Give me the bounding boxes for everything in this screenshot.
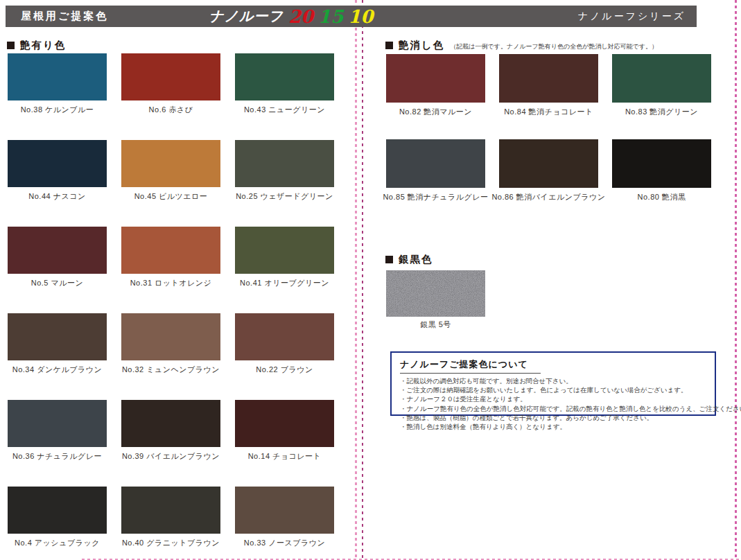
brand-number: 10 xyxy=(348,6,373,27)
color-swatch xyxy=(612,54,711,103)
section-square-icon xyxy=(385,42,393,49)
color-swatch xyxy=(235,487,334,534)
info-box-bullet: ・ナノルーフ艶有り色の全色が艶消し色対応可能です。記載の艶有り色と艶消し色とを比… xyxy=(400,404,708,413)
color-swatch xyxy=(235,53,334,100)
color-swatch xyxy=(8,140,107,187)
silver-black-swatch-label: 銀黒 5号 xyxy=(365,320,506,330)
color-swatch-cell: No.14 チョコレート xyxy=(235,400,334,462)
info-box: ナノルーフご提案色について ・記載以外の調色対応も可能です。別途お問合せ下さい。… xyxy=(390,351,716,416)
matte-section-note: （記載は一例です。ナノルーフ艶有り色の全色が艶消し対応可能です。） xyxy=(450,42,658,51)
color-swatch xyxy=(121,227,220,274)
info-box-bullet: ・ナノルーフ２０は受注生産となります。 xyxy=(400,394,708,403)
color-swatch xyxy=(8,227,107,274)
color-swatch-cell: No.44 ナスコン xyxy=(8,140,107,202)
color-swatch-cell: No.41 オリーブグリーン xyxy=(235,227,334,288)
color-swatch-cell: No.6 赤さび xyxy=(121,53,220,115)
brand-number: 20 xyxy=(288,6,313,27)
color-swatch xyxy=(121,53,220,100)
color-swatch-cell: No.5 マルーン xyxy=(8,227,107,288)
swatch-label: No.43 ニューグリーン xyxy=(214,105,355,115)
swatch-label: No.41 オリーブグリーン xyxy=(214,278,355,288)
color-swatch-cell: No.83 艶消グリーン xyxy=(612,54,711,117)
brand-name: ナノルーフ xyxy=(209,7,284,26)
series-title: ナノルーフシリーズ xyxy=(578,10,697,23)
color-swatch-cell: No.82 艶消マルーン xyxy=(386,54,485,117)
info-box-bullet-list: ・記載以外の調色対応も可能です。別途お問合せ下さい。・ご注文の際は納期確認をお願… xyxy=(400,376,708,431)
color-swatch xyxy=(8,53,107,100)
info-box-bullet: ・ご注文の際は納期確認をお願いいたします。色によっては在庫していない場合がござい… xyxy=(400,385,708,394)
brand-number: 15 xyxy=(318,6,343,27)
info-box-bullet: ・艶消し色は別途料金（艶有りより高く）となります。 xyxy=(400,422,708,431)
center-fold-guide-line-inner xyxy=(362,0,363,560)
section-square-icon xyxy=(385,256,393,263)
swatch-label: No.33 ノースブラウン xyxy=(214,538,355,548)
color-swatch xyxy=(121,400,220,447)
brand-logo: ナノルーフ 201510 xyxy=(209,6,373,27)
color-swatch xyxy=(499,54,598,103)
color-swatch-cell: No.34 ダンケルブラウン xyxy=(8,313,107,375)
color-swatch-cell: No.38 ケルンブルー xyxy=(8,53,107,115)
color-swatch-cell: No.45 ビルツエロー xyxy=(121,140,220,202)
page-title: 屋根用ご提案色 xyxy=(6,10,108,23)
color-swatch xyxy=(612,139,711,188)
color-swatch-cell: No.84 艶消チョコレート xyxy=(499,54,598,117)
color-swatch-cell: No.40 グラニットブラウン xyxy=(121,487,220,548)
color-swatch xyxy=(121,487,220,534)
color-swatch xyxy=(8,313,107,360)
swatch-label: No.14 チョコレート xyxy=(214,451,355,462)
color-swatch-cell: No.25 ウェザードグリーン xyxy=(235,140,334,202)
color-swatch-cell: No.85 艶消ナチュラルグレー xyxy=(386,139,485,202)
color-swatch-cell: No.31 ロットオレンジ xyxy=(121,227,220,288)
color-swatch xyxy=(235,140,334,187)
silver-black-section-title-text: 銀黒色 xyxy=(399,253,433,266)
color-swatch-cell: No.32 ミュンヘンブラウン xyxy=(121,313,220,375)
color-swatch xyxy=(8,487,107,534)
color-swatch-cell: No.43 ニューグリーン xyxy=(235,53,334,115)
matte-section-title-text: 艶消し色 xyxy=(399,39,444,52)
color-swatch-cell: No.39 バイエルンブラウン xyxy=(121,400,220,462)
swatch-label: No.80 艶消黒 xyxy=(591,192,732,202)
silver-black-swatch-grain xyxy=(386,270,485,317)
glossy-section-title-text: 艶有り色 xyxy=(20,39,66,52)
color-swatch xyxy=(235,313,334,360)
swatch-label: No.22 ブラウン xyxy=(214,365,355,375)
info-box-bullet: ・記載以外の調色対応も可能です。別途お問合せ下さい。 xyxy=(400,376,708,385)
center-fold-guide-line-outer xyxy=(355,0,357,560)
glossy-section-title: 艶有り色 xyxy=(7,39,66,52)
color-swatch xyxy=(499,139,598,188)
color-swatch-cell: No.86 艶消バイエルンブラウン xyxy=(499,139,598,202)
glossy-color-grid: No.38 ケルンブルーNo.6 赤さびNo.43 ニューグリーンNo.44 ナ… xyxy=(8,53,334,560)
color-swatch-cell: No.4 アッシュブラック xyxy=(8,487,107,548)
page: 屋根用ご提案色 ナノルーフ 201510 ナノルーフシリーズ 艶有り色 No.3… xyxy=(0,0,741,560)
silver-black-section-title: 銀黒色 xyxy=(385,253,433,266)
swatch-label: No.25 ウェザードグリーン xyxy=(214,191,355,202)
info-box-title: ナノルーフご提案色について xyxy=(400,358,541,374)
brand-numbers: 201510 xyxy=(284,8,374,26)
matte-color-grid: No.82 艶消マルーンNo.84 艶消チョコレートNo.83 艶消グリーンNo… xyxy=(386,54,711,202)
color-swatch xyxy=(8,400,107,447)
color-swatch xyxy=(121,313,220,360)
right-trim-guide-line xyxy=(735,0,737,560)
color-swatch xyxy=(386,139,485,188)
info-box-bullet: ・艶感は、製品（樹脂）の種類ごとで若干異なります。あらかじめご了承ください。 xyxy=(400,413,708,422)
color-swatch xyxy=(386,54,485,103)
color-swatch xyxy=(235,400,334,447)
swatch-label: No.83 艶消グリーン xyxy=(591,107,732,117)
matte-section-title: 艶消し色 （記載は一例です。ナノルーフ艶有り色の全色が艶消し対応可能です。） xyxy=(385,39,658,52)
color-swatch xyxy=(121,140,220,187)
color-swatch-cell: No.33 ノースブラウン xyxy=(235,487,334,548)
color-swatch-cell: No.80 艶消黒 xyxy=(612,139,711,202)
header-bar: 屋根用ご提案色 ナノルーフ 201510 ナノルーフシリーズ xyxy=(6,6,697,27)
color-swatch-cell: No.36 ナチュラルグレー xyxy=(8,400,107,462)
section-square-icon xyxy=(7,42,15,49)
color-swatch xyxy=(235,227,334,274)
color-swatch-cell: No.22 ブラウン xyxy=(235,313,334,375)
silver-black-swatch xyxy=(386,270,485,317)
